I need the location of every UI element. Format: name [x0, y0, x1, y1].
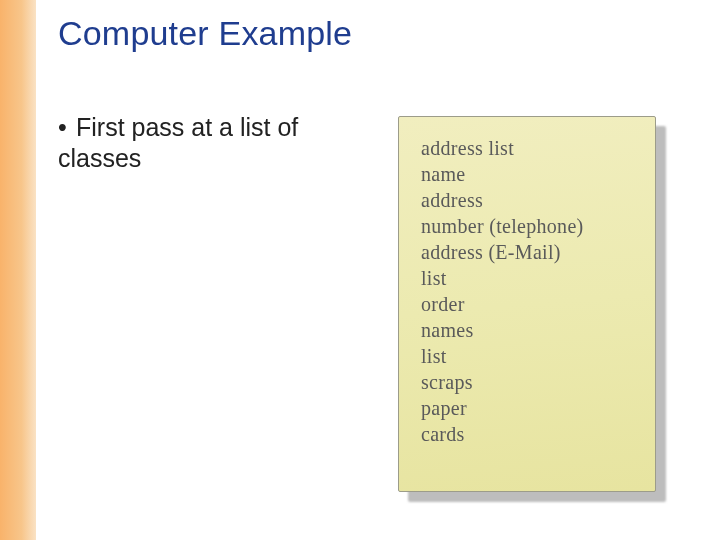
note-line: address (E-Mail) [421, 239, 639, 265]
page-title: Computer Example [58, 14, 352, 53]
note-line: cards [421, 421, 639, 447]
note-line: name [421, 161, 639, 187]
note-line: list [421, 343, 639, 369]
note-line: list [421, 265, 639, 291]
bullet-item: •First pass at a list of classes [58, 112, 358, 175]
note-line: address list [421, 135, 639, 161]
handwritten-note: address list name address number (teleph… [398, 116, 668, 506]
note-line: names [421, 317, 639, 343]
left-accent-bar [0, 0, 36, 540]
note-paper: address list name address number (teleph… [398, 116, 656, 492]
note-line: order [421, 291, 639, 317]
note-line: paper [421, 395, 639, 421]
note-line: number (telephone) [421, 213, 639, 239]
slide: Computer Example •First pass at a list o… [0, 0, 720, 540]
bullet-dot: • [58, 112, 76, 143]
note-line: address [421, 187, 639, 213]
note-line: scraps [421, 369, 639, 395]
bullet-text: First pass at a list of classes [58, 113, 298, 172]
